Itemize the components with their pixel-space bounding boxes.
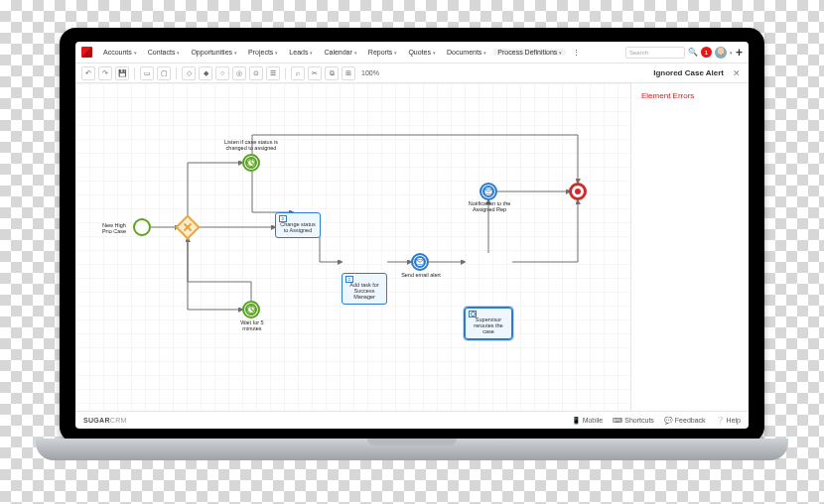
end-event-icon [569,183,587,200]
nav-accounts[interactable]: Accounts▾ [99,49,141,56]
footer-help[interactable]: ❔Help [716,417,741,425]
nav-label: Calendar [324,49,351,56]
nav-contacts[interactable]: Contacts▾ [144,49,185,56]
caret-down-icon: ▾ [483,50,486,56]
nav-leads[interactable]: Leads▾ [285,49,317,56]
laptop-base [36,439,788,460]
notify-node[interactable] [480,183,497,200]
laptop-frame: Accounts▾ Contacts▾ Opportunities▾ Proje… [60,28,764,442]
tool-copy[interactable]: ⧉ [325,66,339,80]
tool-event-inter[interactable]: ◎ [232,66,246,80]
lasso-icon: ⌕ [296,69,300,76]
supervisor-task[interactable]: Supervisor reroutes the case [465,308,512,339]
nav-label: Process Definitions [497,49,557,56]
task-label: Supervisor reroutes the case [474,316,502,335]
tool-gateway-para[interactable]: ◆ [199,66,212,80]
wait-timer-node[interactable] [242,301,260,318]
zoom-level[interactable]: 100% [358,69,382,76]
tool-select[interactable]: ▭ [140,66,154,80]
redo-button[interactable]: ↷ [98,66,112,80]
send-email-label: Send email alert [401,272,441,278]
caret-down-icon: ▾ [177,50,180,56]
tool-note[interactable]: ☰ [266,66,280,80]
change-status-task[interactable]: Change status to Assigned [275,212,321,238]
nav-projects[interactable]: Projects▾ [244,49,282,56]
caret-down-icon: ▾ [433,50,436,56]
main-area: New High Prio Case Listen if case status… [75,83,749,411]
nav-label: Quotes [408,49,431,56]
search-input[interactable]: Search [625,47,685,59]
toolbar-separator [134,67,135,79]
quick-create-button[interactable]: + [736,46,743,60]
bpmn-canvas[interactable]: New High Prio Case Listen if case status… [75,83,631,411]
nav-opportunities[interactable]: Opportunities▾ [187,49,241,56]
gateway-node[interactable] [179,218,197,236]
notifications-badge[interactable]: 1 [701,47,712,58]
user-avatar[interactable] [715,47,727,59]
help-icon: ❔ [716,417,725,425]
nav-label: Reports [368,49,393,56]
footer-label: Mobile [583,417,604,424]
cut-icon: ✂ [312,69,318,77]
footer: SUGARCRM 📱Mobile ⌨Shortcuts 💬Feedback ❔H… [75,411,749,429]
nav-quotes[interactable]: Quotes▾ [404,49,440,56]
start-event-label: New High Prio Case [97,222,131,235]
chat-icon: 💬 [664,417,673,425]
tool-lasso[interactable]: ⌕ [291,66,305,80]
tool-gateway-excl[interactable]: ◇ [182,66,196,80]
listen-event-node[interactable] [242,154,260,172]
undo-icon: ↶ [85,69,91,77]
user-task-icon [469,311,477,317]
notifications-count: 1 [705,50,708,56]
grid-icon: ⊞ [345,69,351,77]
script-task-icon [279,215,287,222]
caret-down-icon: ▾ [559,50,562,56]
search-icon[interactable]: 🔍 [688,48,698,57]
footer-brand: SUGARCRM [83,417,127,424]
toolbar-separator [176,67,177,79]
mobile-icon: 📱 [572,417,581,425]
designer-toolbar: ↶ ↷ 💾 ▭ ▢ ◇ ◆ ○ ◎ ⊙ ☰ ⌕ ✂ ⧉ ⊞ 100% Ignor… [75,63,749,83]
tool-event-start[interactable]: ○ [215,66,229,80]
add-task-node[interactable]: Add task for Success Manager [342,273,387,305]
nav-calendar[interactable]: Calendar▾ [320,49,360,56]
navbar: Accounts▾ Contacts▾ Opportunities▾ Proje… [75,42,749,63]
sugarcrm-logo-icon[interactable] [81,47,92,58]
undo-button[interactable]: ↶ [81,66,95,80]
tool-cut[interactable]: ✂ [308,66,322,80]
double-circle-icon: ◎ [236,69,242,77]
nav-label: Documents [447,49,481,56]
save-icon: 💾 [118,69,127,77]
notify-label: Notification to the Assigned Rep [463,200,516,213]
nav-documents[interactable]: Documents▾ [443,49,490,56]
footer-shortcuts[interactable]: ⌨Shortcuts [613,417,654,425]
brand-light: CRM [110,417,127,424]
element-errors-link[interactable]: Element Errors [641,91,739,100]
tool-task[interactable]: ▢ [157,66,171,80]
send-email-node[interactable] [411,253,429,271]
start-event-node[interactable] [133,218,151,236]
tool-grid[interactable]: ⊞ [342,66,355,80]
user-caret-icon[interactable]: ▾ [730,50,733,56]
nav-label: Accounts [103,49,132,56]
nav-reports[interactable]: Reports▾ [364,49,402,56]
save-button[interactable]: 💾 [115,66,129,80]
caret-down-icon: ▾ [134,50,137,56]
end-event-node[interactable] [569,183,587,200]
caret-down-icon: ▾ [354,50,357,56]
nav-label: Contacts [148,49,176,56]
wait-timer-label: Wait for 5 minutes [232,319,272,332]
nav-overflow[interactable]: ⋮ [569,49,584,57]
nav-process-definitions[interactable]: Process Definitions▾ [493,49,566,56]
message-event-icon [411,253,429,271]
tool-event-end[interactable]: ⊙ [249,66,263,80]
kebab-icon: ⋮ [573,49,580,57]
footer-mobile[interactable]: 📱Mobile [572,417,604,425]
footer-feedback[interactable]: 💬Feedback [664,417,706,425]
designer-title: Ignored Case Alert [653,68,728,77]
nav-label: Projects [248,49,273,56]
close-panel-button[interactable]: ✕ [731,68,743,78]
nav-label: Opportunities [191,49,232,56]
task-label: Change status to Assigned [280,221,315,233]
caret-down-icon: ▾ [234,50,237,56]
